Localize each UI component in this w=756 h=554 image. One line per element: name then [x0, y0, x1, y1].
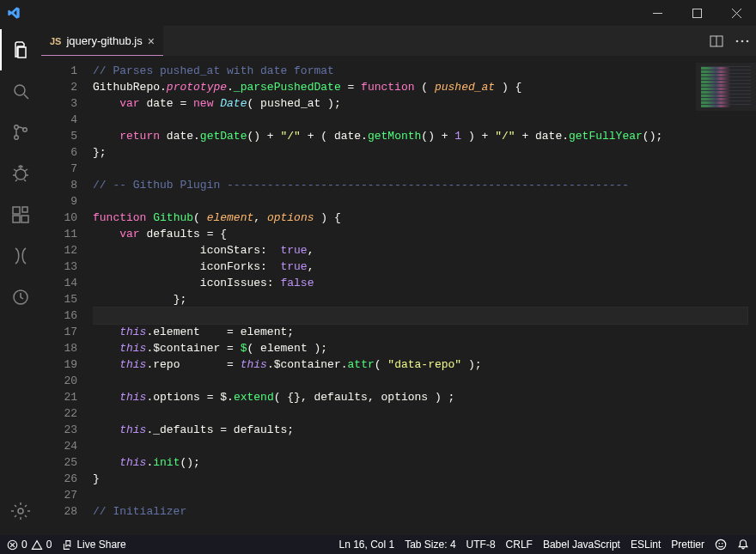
svg-point-3 — [15, 125, 19, 130]
svg-point-18 — [716, 539, 725, 549]
line-numbers: 1234567891011121314151617181920212223242… — [41, 63, 93, 535]
svg-point-14 — [736, 40, 739, 42]
minimize-button[interactable] — [637, 0, 677, 26]
status-tab-size[interactable]: Tab Size: 4 — [405, 539, 455, 551]
more-actions-icon[interactable] — [735, 40, 749, 43]
svg-rect-7 — [13, 207, 20, 214]
status-bar: 0 0 Live Share Ln 16, Col 1 Tab Size: 4 … — [0, 535, 756, 554]
code-content[interactable]: // Parses pushed_at with date formatGith… — [93, 63, 756, 535]
editor-area: JS jquery-github.js × 123456789101112131… — [41, 26, 756, 535]
svg-point-6 — [15, 169, 26, 180]
svg-rect-8 — [13, 216, 20, 222]
notification-bell-icon[interactable] — [737, 539, 749, 551]
svg-rect-9 — [21, 216, 28, 222]
tab-label: jquery-github.js — [66, 34, 142, 47]
close-tab-icon[interactable]: × — [148, 34, 155, 48]
svg-point-2 — [15, 85, 25, 95]
maximize-button[interactable] — [677, 0, 716, 26]
source-control-icon[interactable] — [0, 112, 41, 153]
status-cursor-position[interactable]: Ln 16, Col 1 — [338, 539, 394, 551]
split-editor-icon[interactable] — [710, 34, 723, 48]
status-language[interactable]: Babel JavaScript — [543, 539, 620, 551]
status-problems[interactable]: 0 0 — [7, 539, 52, 551]
svg-point-12 — [18, 508, 23, 514]
remote-icon[interactable] — [0, 235, 41, 277]
feedback-smiley-icon[interactable] — [715, 539, 727, 551]
activity-bar — [0, 26, 41, 535]
svg-point-19 — [718, 543, 720, 545]
status-eol[interactable]: CRLF — [506, 539, 533, 551]
status-live-share[interactable]: Live Share — [62, 539, 125, 551]
tab-file[interactable]: JS jquery-github.js × — [41, 26, 164, 56]
svg-point-4 — [15, 136, 19, 140]
window-controls — [637, 0, 756, 26]
status-encoding[interactable]: UTF-8 — [466, 539, 496, 551]
title-bar — [0, 0, 756, 26]
svg-rect-10 — [22, 207, 27, 212]
minimap[interactable] — [696, 63, 756, 111]
timeline-icon[interactable] — [0, 277, 41, 318]
code-editor[interactable]: 1234567891011121314151617181920212223242… — [41, 63, 756, 535]
debug-icon[interactable] — [0, 153, 41, 194]
svg-point-16 — [747, 40, 749, 42]
status-prettier[interactable]: Prettier — [671, 539, 704, 551]
errors-count: 0 — [21, 539, 27, 551]
search-icon[interactable] — [0, 70, 41, 112]
svg-point-15 — [741, 40, 744, 42]
warnings-count: 0 — [46, 539, 52, 551]
settings-gear-icon[interactable] — [0, 490, 41, 532]
svg-rect-1 — [692, 9, 701, 17]
tabs-bar: JS jquery-github.js × — [41, 26, 756, 56]
svg-rect-0 — [653, 13, 662, 14]
explorer-icon[interactable] — [0, 29, 41, 70]
js-file-icon: JS — [50, 36, 61, 46]
svg-point-20 — [722, 543, 723, 545]
vscode-logo-icon — [7, 6, 21, 20]
close-button[interactable] — [716, 0, 756, 26]
status-eslint[interactable]: ESLint — [631, 539, 661, 551]
extensions-icon[interactable] — [0, 194, 41, 235]
